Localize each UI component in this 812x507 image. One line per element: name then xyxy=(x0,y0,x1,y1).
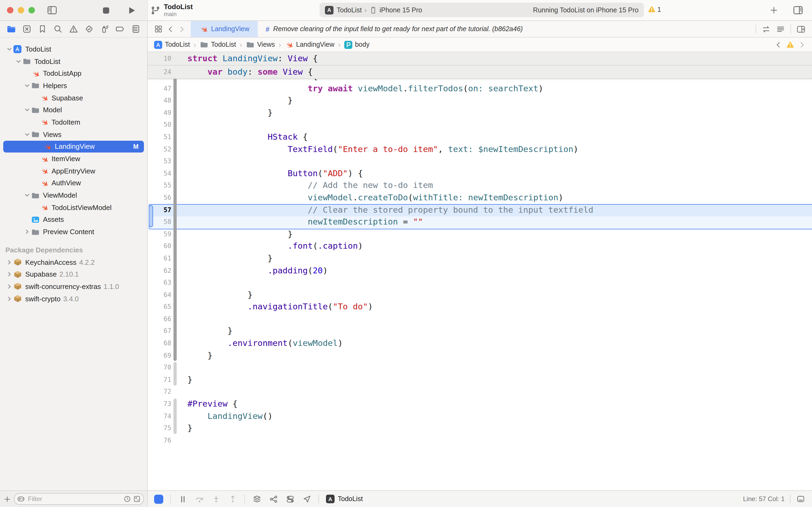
window-zoom-button[interactable] xyxy=(28,7,35,13)
chevron-right-icon[interactable] xyxy=(23,229,31,235)
warning-count-badge[interactable]: 1 xyxy=(648,5,661,13)
code-line[interactable]: 70 xyxy=(148,362,812,374)
line-number[interactable]: 74 xyxy=(148,410,171,422)
navigator-tab-debug-icon[interactable] xyxy=(99,23,111,35)
code-line[interactable]: 73#Preview { xyxy=(148,398,812,410)
filter-input[interactable] xyxy=(27,495,121,503)
line-number[interactable]: 73 xyxy=(148,398,171,410)
tab-landingview[interactable]: LandingView xyxy=(191,21,258,37)
line-number[interactable]: 51 xyxy=(148,131,171,143)
simulate-location-button[interactable] xyxy=(302,494,311,504)
code-line[interactable]: 51 HStack { xyxy=(148,131,812,143)
environment-overrides-button[interactable] xyxy=(285,494,295,504)
sidebar-item-views[interactable]: Views xyxy=(0,128,147,140)
breadcrumb-body[interactable]: body xyxy=(344,41,369,49)
code-line[interactable]: 49 } xyxy=(148,107,812,119)
chevron-down-icon[interactable] xyxy=(23,131,31,137)
code-line[interactable]: 56 viewModel.createToDo(withTitle: newIt… xyxy=(148,192,812,204)
code-line[interactable]: 76 xyxy=(148,435,812,447)
line-number[interactable]: 60 xyxy=(148,240,171,252)
sticky-declaration-header[interactable]: 10struct LandingView: View {24 var body:… xyxy=(148,52,812,79)
recent-files-icon[interactable] xyxy=(123,495,131,503)
pause-button[interactable] xyxy=(178,494,187,504)
line-number[interactable]: 55 xyxy=(148,180,171,192)
code-line[interactable]: 53 xyxy=(148,155,812,167)
navigator-tab-breakpoints-icon[interactable] xyxy=(114,23,126,35)
add-file-button[interactable] xyxy=(3,495,11,503)
line-number[interactable]: 56 xyxy=(148,192,171,204)
line-number[interactable]: 49 xyxy=(148,107,171,119)
source-change-bar[interactable] xyxy=(173,71,177,361)
line-number[interactable]: 54 xyxy=(148,168,171,180)
activity-view[interactable]: A TodoList › iPhone 15 Pro Running TodoL… xyxy=(320,3,644,17)
scheme-selector[interactable]: TodoList main xyxy=(151,0,193,20)
line-number[interactable]: 68 xyxy=(148,337,171,349)
code-line[interactable]: 55 // Add the new to-do item xyxy=(148,180,812,192)
memory-graph-button[interactable] xyxy=(269,494,278,504)
code-line[interactable]: 75} xyxy=(148,422,812,434)
code-line[interactable]: 66 xyxy=(148,313,812,325)
line-number[interactable]: 59 xyxy=(148,228,171,240)
code-line[interactable]: 10struct LandingView: View { xyxy=(148,52,812,65)
source-editor[interactable]: 46 Task {47 try await viewModel.filterTo… xyxy=(148,52,812,490)
navigator-tab-source-control-icon[interactable] xyxy=(21,23,33,35)
chevron-right-icon[interactable] xyxy=(5,284,13,289)
go-forward-icon[interactable] xyxy=(178,25,185,33)
code-line[interactable]: 57 // Clear the stored property bound to… xyxy=(148,204,812,216)
code-line[interactable]: 69 } xyxy=(148,349,812,361)
code-line[interactable]: 74 LandingView() xyxy=(148,410,812,422)
code-line[interactable]: 52 TextField("Enter a to-do item", text:… xyxy=(148,143,812,155)
new-tab-button[interactable] xyxy=(769,5,779,15)
line-number[interactable]: 50 xyxy=(148,119,171,131)
chevron-right-icon[interactable] xyxy=(5,296,13,301)
line-number[interactable]: 75 xyxy=(148,422,171,434)
step-out-button[interactable] xyxy=(228,494,237,504)
code-line[interactable]: 60 .font(.caption) xyxy=(148,240,812,252)
sidebar-item-model[interactable]: Model xyxy=(0,104,147,116)
code-line[interactable]: 54 Button("ADD") { xyxy=(148,168,812,180)
go-back-icon[interactable] xyxy=(167,25,174,33)
package-item-keychainaccess[interactable]: KeychainAccess4.2.2 xyxy=(0,256,147,268)
navigator-tab-project-icon[interactable] xyxy=(5,23,17,35)
code-line[interactable]: 67 } xyxy=(148,325,812,337)
chevron-down-icon[interactable] xyxy=(14,58,22,64)
line-number[interactable]: 66 xyxy=(148,313,171,325)
code-line[interactable]: 72 xyxy=(148,386,812,398)
breadcrumb-landingview[interactable]: LandingView xyxy=(285,40,335,49)
line-number[interactable]: 64 xyxy=(148,289,171,301)
step-over-button[interactable] xyxy=(194,494,204,504)
sidebar-item-todolistviewmodel[interactable]: TodoListViewModel xyxy=(0,202,147,214)
sidebar-item-preview-content[interactable]: Preview Content xyxy=(0,226,147,238)
cursor-position[interactable]: Line: 57 Col: 1 xyxy=(743,495,785,503)
sidebar-item-supabase[interactable]: Supabase xyxy=(0,92,147,104)
toggle-navigator-icon[interactable] xyxy=(47,5,57,15)
navigator-tab-issues-icon[interactable] xyxy=(68,23,79,35)
chevron-right-icon[interactable] xyxy=(5,271,13,277)
line-number[interactable]: 53 xyxy=(148,155,171,167)
sidebar-item-todoitem[interactable]: TodoItem xyxy=(0,116,147,128)
source-change-bar[interactable] xyxy=(173,398,177,434)
code-line[interactable]: 50 xyxy=(148,119,812,131)
breadcrumb-views[interactable]: Views xyxy=(246,40,275,49)
line-number[interactable]: 67 xyxy=(148,325,171,337)
toggle-inspector-icon[interactable] xyxy=(793,5,803,15)
sidebar-item-itemview[interactable]: ItemView xyxy=(0,153,147,165)
code-line[interactable]: 71} xyxy=(148,374,812,386)
code-line[interactable]: 58 newItemDescription = "" xyxy=(148,216,812,228)
sidebar-item-helpers[interactable]: Helpers xyxy=(0,79,147,92)
package-item-swift-concurrency-extras[interactable]: swift-concurrency-extras1.1.0 xyxy=(0,280,147,292)
code-line[interactable]: 68 .environment(viewModel) xyxy=(148,337,812,349)
breadcrumb-todolist[interactable]: TodoList xyxy=(154,41,190,49)
filter-field[interactable] xyxy=(14,493,144,505)
toggle-bottom-bar-icon[interactable] xyxy=(796,494,806,504)
chevron-right-icon[interactable] xyxy=(5,259,13,265)
sidebar-item-viewmodel[interactable]: ViewModel xyxy=(0,189,147,202)
run-button[interactable] xyxy=(127,6,136,15)
source-control-filter-icon[interactable] xyxy=(133,495,141,503)
line-number[interactable]: 61 xyxy=(148,252,171,265)
add-editor-icon[interactable] xyxy=(797,24,806,34)
navigator-tab-reports-icon[interactable] xyxy=(130,23,142,35)
chevron-down-icon[interactable] xyxy=(23,107,31,113)
breadcrumb-todolist[interactable]: TodoList xyxy=(200,40,236,49)
navigator-tab-bookmarks-icon[interactable] xyxy=(37,23,48,35)
